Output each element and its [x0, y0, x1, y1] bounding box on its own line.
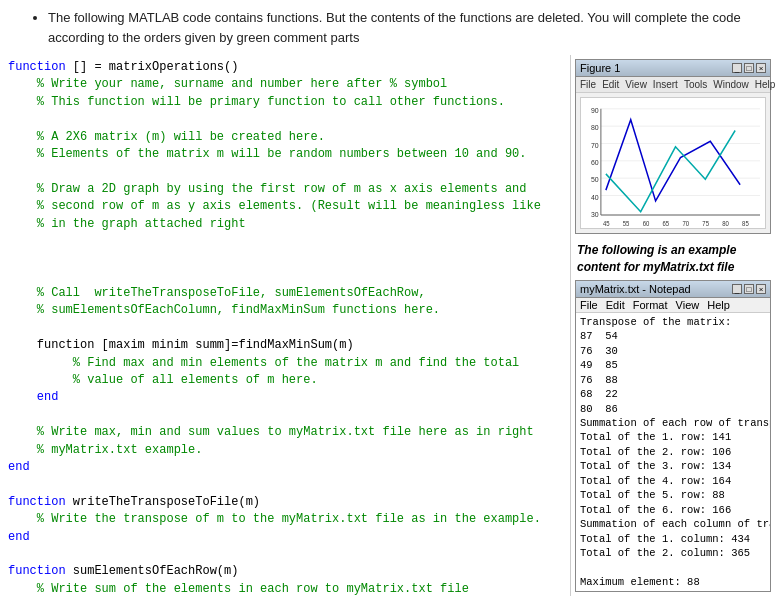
instruction-section: The following MATLAB code contains funct… [0, 0, 775, 55]
notepad-title: myMatrix.txt - Notepad [580, 283, 691, 295]
code-line: function [maxim minim summ]=findMaxMinSu… [8, 337, 562, 354]
notepad-window: myMatrix.txt - Notepad _ □ × File Edit F… [575, 280, 771, 592]
code-line: % Write the transpose of m to the myMatr… [8, 511, 562, 528]
notepad-menu-format[interactable]: Format [633, 299, 668, 311]
svg-text:65: 65 [663, 220, 670, 227]
code-line [8, 407, 562, 424]
svg-text:90: 90 [591, 106, 599, 115]
code-line: % Call writeTheTransposeToFile, sumEleme… [8, 285, 562, 302]
notepad-menu-edit[interactable]: Edit [606, 299, 625, 311]
notepad-close-button[interactable]: × [756, 284, 766, 294]
notepad-menu-help[interactable]: Help [707, 299, 730, 311]
svg-text:80: 80 [722, 220, 729, 227]
svg-text:60: 60 [643, 220, 650, 227]
svg-text:80: 80 [591, 123, 599, 132]
code-panel: function [] = matrixOperations() % Write… [0, 55, 570, 596]
figure-titlebar: Figure 1 _ □ × [576, 60, 770, 77]
instruction-text: The following MATLAB code contains funct… [48, 8, 755, 47]
figure-close-button[interactable]: × [756, 63, 766, 73]
notepad-section-label: The following is an example content for … [571, 238, 775, 278]
code-line: % Elements of the matrix m will be rando… [8, 146, 562, 163]
svg-text:70: 70 [682, 220, 689, 227]
code-line [8, 320, 562, 337]
code-line: end [8, 529, 562, 546]
figure-toolbar: File Edit View Insert Tools Window Help [576, 77, 770, 93]
svg-text:60: 60 [591, 158, 599, 167]
code-line [8, 163, 562, 180]
svg-text:55: 55 [623, 220, 630, 227]
code-line: % This function will be primary function… [8, 94, 562, 111]
figure-menu-help[interactable]: Help [755, 79, 775, 90]
code-line: function writeTheTransposeToFile(m) [8, 494, 562, 511]
figure-menu-tools[interactable]: Tools [684, 79, 707, 90]
code-line: % Draw a 2D graph by using the first row… [8, 181, 562, 198]
code-line: % sumElementsOfEachColumn, findMaxMinSum… [8, 302, 562, 319]
code-line: % Find max and min elements of the matri… [8, 355, 562, 372]
figure-window-controls: _ □ × [732, 63, 766, 73]
right-panel: Figure 1 _ □ × File Edit View Insert Too… [570, 55, 775, 596]
code-line [8, 111, 562, 128]
figure-menu-window[interactable]: Window [713, 79, 749, 90]
code-line: % Write your name, surname and number he… [8, 76, 562, 93]
code-line [8, 268, 562, 285]
figure-menu-edit[interactable]: Edit [602, 79, 619, 90]
svg-text:85: 85 [742, 220, 749, 227]
svg-text:75: 75 [702, 220, 709, 227]
notepad-menu-view[interactable]: View [676, 299, 700, 311]
notepad-titlebar: myMatrix.txt - Notepad _ □ × [576, 281, 770, 298]
code-line: % second row of m as y axis elements. (R… [8, 198, 562, 215]
figure-title: Figure 1 [580, 62, 620, 74]
notepad-maximize-button[interactable]: □ [744, 284, 754, 294]
main-content: function [] = matrixOperations() % Write… [0, 55, 775, 596]
code-line: % in the graph attached right [8, 216, 562, 233]
notepad-menubar: File Edit Format View Help [576, 298, 770, 313]
code-line [8, 546, 562, 563]
notepad-menu-file[interactable]: File [580, 299, 598, 311]
code-line [8, 250, 562, 267]
svg-text:45: 45 [603, 220, 610, 227]
code-line: % myMatrix.txt example. [8, 442, 562, 459]
code-line: end [8, 389, 562, 406]
code-line: function sumElementsOfEachRow(m) [8, 563, 562, 580]
figure-plot-svg: 90 80 70 60 50 40 30 45 55 60 65 70 75 8… [581, 98, 765, 228]
code-line: % Write sum of the elements in each row … [8, 581, 562, 596]
figure-maximize-button[interactable]: □ [744, 63, 754, 73]
svg-text:30: 30 [591, 210, 599, 219]
notepad-window-controls: _ □ × [732, 284, 766, 294]
code-line: % A 2X6 matrix (m) will be created here. [8, 129, 562, 146]
figure-menu-file[interactable]: File [580, 79, 596, 90]
notepad-minimize-button[interactable]: _ [732, 284, 742, 294]
figure-minimize-button[interactable]: _ [732, 63, 742, 73]
code-line: end [8, 459, 562, 476]
svg-text:70: 70 [591, 141, 599, 150]
svg-text:40: 40 [591, 193, 599, 202]
svg-text:50: 50 [591, 175, 599, 184]
code-line: % Write max, min and sum values to myMat… [8, 424, 562, 441]
code-line: function [] = matrixOperations() [8, 59, 562, 76]
code-line: % value of all elements of m here. [8, 372, 562, 389]
figure-plot-area: 90 80 70 60 50 40 30 45 55 60 65 70 75 8… [580, 97, 766, 229]
code-line [8, 233, 562, 250]
figure-window: Figure 1 _ □ × File Edit View Insert Too… [575, 59, 771, 234]
figure-menu-insert[interactable]: Insert [653, 79, 678, 90]
notepad-content: Transpose of the matrix: 87 54 76 30 49 … [576, 313, 770, 591]
code-line [8, 476, 562, 493]
figure-menu-view[interactable]: View [625, 79, 647, 90]
